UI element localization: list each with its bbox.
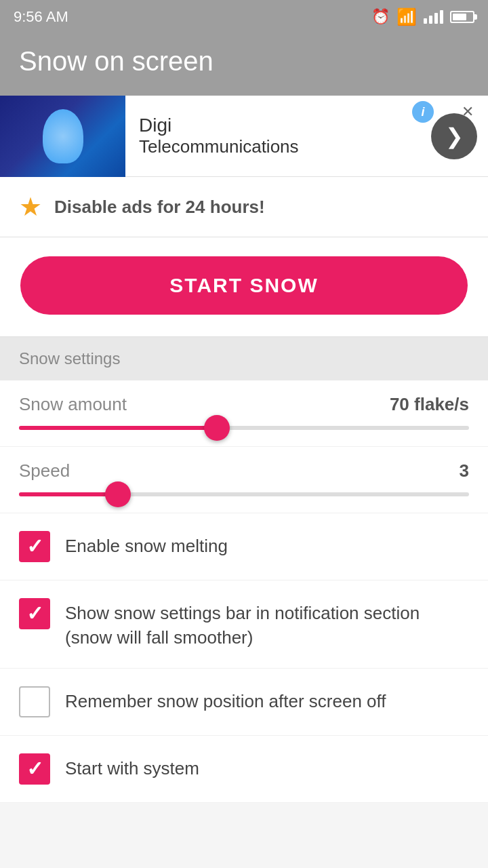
ad-text-area: Digi Telecommunications [125,115,431,157]
checkmark-icon: ✓ [26,536,43,557]
checkbox-row-enable_melting: ✓Enable snow melting [0,513,488,580]
checkmark-icon: ✓ [26,759,43,779]
alarm-icon: ⏰ [371,8,390,26]
checkbox-label-enable_melting: Enable snow melting [65,531,228,558]
snow-amount-row: Snow amount 70 flake/s [0,380,488,447]
chevron-right-icon: ❯ [445,123,464,149]
ad-info-button[interactable]: i [412,101,434,123]
status-bar: 9:56 AM ⏰ 📶 [0,0,488,34]
speed-slider[interactable] [19,492,469,496]
battery-icon [450,11,474,23]
checkbox-label-remember_position: Remember snow position after screen off [65,686,386,713]
page-title: Snow on screen [19,46,214,76]
ad-subtitle: Telecommunications [139,136,418,157]
snow-settings-title: Snow settings [19,349,120,368]
checkbox-row-show_settings_bar: ✓Show snow settings bar in notification … [0,580,488,669]
ad-banner: Digi Telecommunications ❯ i ✕ [0,96,488,177]
wifi-icon: 📶 [396,7,417,26]
snow-settings-header: Snow settings [0,337,488,380]
status-time: 9:56 AM [14,8,68,26]
speed-label: Speed [19,460,70,481]
snow-amount-slider[interactable] [19,426,469,430]
disable-ads-row[interactable]: ★ Disable ads for 24 hours! [0,177,488,237]
app-header: Snow on screen [0,34,488,96]
checkbox-label-start_with_system: Start with system [65,753,199,781]
checkbox-show_settings_bar[interactable]: ✓ [19,598,50,629]
ad-image [43,109,83,163]
close-icon: ✕ [462,103,474,121]
checkboxes-container: ✓Enable snow melting✓Show snow settings … [0,513,488,803]
ad-brand: Digi [139,115,418,136]
checkbox-label-show_settings_bar: Show snow settings bar in notification s… [65,598,469,650]
start-snow-button[interactable]: START SNOW [20,256,468,315]
speed-thumb[interactable] [105,481,131,507]
checkbox-remember_position[interactable] [19,686,50,717]
status-icons: ⏰ 📶 [371,7,474,26]
speed-value: 3 [460,460,469,481]
ad-thumbnail [0,96,125,177]
ad-close-button[interactable]: ✕ [457,101,479,123]
speed-row: Speed 3 [0,447,488,513]
settings-section: Snow amount 70 flake/s Speed 3 ✓Enable s… [0,380,488,803]
info-icon: i [421,105,424,119]
snow-amount-thumb[interactable] [204,415,230,441]
signal-bars-icon [424,10,443,24]
checkbox-row-start_with_system: ✓Start with system [0,736,488,803]
checkmark-icon: ✓ [26,604,43,624]
disable-ads-label: Disable ads for 24 hours! [54,197,265,218]
star-icon: ★ [19,192,42,222]
checkbox-enable_melting[interactable]: ✓ [19,531,50,562]
snow-amount-label: Snow amount [19,394,127,415]
start-btn-section: START SNOW [0,237,488,337]
checkbox-row-remember_position: Remember snow position after screen off [0,669,488,736]
checkbox-start_with_system[interactable]: ✓ [19,753,50,785]
snow-amount-value: 70 flake/s [390,394,469,415]
